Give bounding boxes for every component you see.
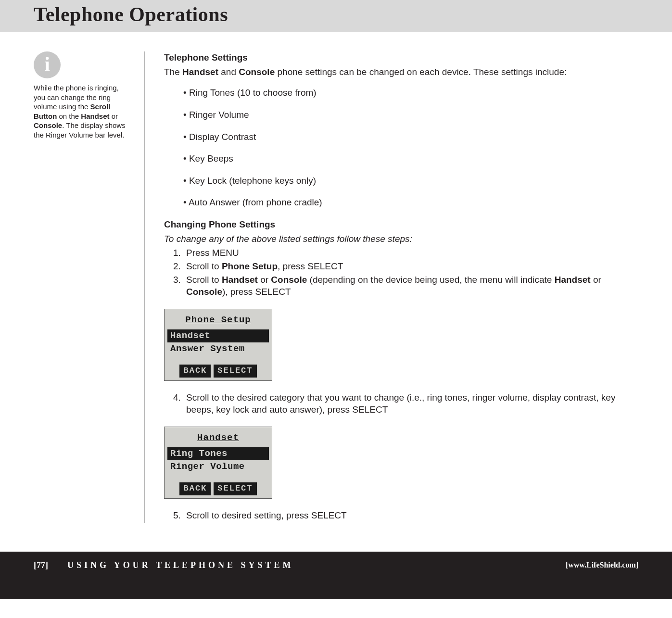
bullet-item: Ring Tones (10 to choose from) (183, 87, 638, 99)
lcd-title: Phone Setup (167, 314, 269, 327)
steps-list-1: Press MENU Scroll to Phone Setup, press … (175, 247, 638, 298)
main-content: Telephone Settings The Handset and Conso… (164, 51, 638, 523)
step-bold: Console (271, 275, 307, 285)
intro-bold: Handset (182, 67, 218, 77)
lcd-select-button: SELECT (214, 482, 256, 495)
lcd-row: Answer System (167, 342, 269, 356)
lcd-back-button: BACK (179, 365, 211, 378)
steps-list-3: Scroll to desired setting, press SELECT (175, 509, 638, 522)
changing-heading: Changing Phone Settings (164, 218, 638, 231)
step-part: or (591, 275, 601, 285)
tip-text-part: on the (57, 112, 81, 120)
lcd-row-selected: Ring Tones (167, 447, 269, 461)
step-bold: Handset (555, 275, 591, 285)
lcd-softkeys: BACK SELECT (167, 482, 269, 495)
lcd-select-button: SELECT (214, 365, 256, 378)
page-body: i While the phone is ringing, you can ch… (0, 32, 672, 552)
step-bold: Handset (222, 275, 258, 285)
step-part: ), press SELECT (222, 287, 291, 297)
bullet-item: Key Beeps (183, 152, 638, 165)
step-part: , press SELECT (278, 261, 343, 271)
intro-part: The (164, 67, 182, 77)
lcd-row-selected: Handset (167, 329, 269, 343)
lcd-screen-phone-setup: Phone Setup Handset Answer System BACK S… (164, 309, 272, 381)
intro-part: and (218, 67, 239, 77)
step-bold: Console (186, 287, 222, 297)
step-part: or (258, 275, 271, 285)
step-part: Scroll to (186, 275, 222, 285)
settings-intro: The Handset and Console phone settings c… (164, 66, 638, 78)
bullet-item: Display Contrast (183, 131, 638, 143)
vertical-divider (144, 51, 145, 523)
changing-lead: To change any of the above listed settin… (164, 233, 638, 245)
intro-bold: Console (239, 67, 275, 77)
footer-url: [www.LifeShield.com] (566, 561, 638, 569)
tip-bold: Console (34, 121, 62, 129)
footer-title: USING YOUR TELEPHONE SYSTEM (67, 560, 566, 570)
lcd-back-button: BACK (179, 482, 211, 495)
lcd-title: Handset (167, 432, 269, 444)
page-number: [77] (34, 560, 48, 570)
settings-bullet-list: Ring Tones (10 to choose from) Ringer Vo… (183, 87, 638, 209)
step-part: (depending on the device being used, the… (307, 275, 554, 285)
intro-part: phone settings can be changed on each de… (275, 67, 567, 77)
step-item: Scroll to Phone Setup, press SELECT (183, 260, 638, 273)
step-item: Scroll to the desired category that you … (183, 391, 638, 416)
bullet-item: Auto Answer (from phone cradle) (183, 196, 638, 209)
step-item: Press MENU (183, 247, 638, 259)
step-bold: Phone Setup (222, 261, 278, 271)
bullet-item: Ringer Volume (183, 109, 638, 121)
lcd-row: Ringer Volume (167, 460, 269, 474)
lcd-screen-handset: Handset Ring Tones Ringer Volume BACK SE… (164, 427, 272, 499)
page-title: Telephone Operations (34, 3, 672, 26)
bullet-item: Key Lock (telephone keys only) (183, 175, 638, 187)
settings-heading: Telephone Settings (164, 51, 638, 64)
step-item: Scroll to Handset or Console (depending … (183, 274, 638, 298)
tip-text-part: or (110, 112, 118, 120)
tip-bold: Handset (81, 112, 109, 120)
page-footer: [77] USING YOUR TELEPHONE SYSTEM [www.Li… (0, 552, 672, 599)
lcd-softkeys: BACK SELECT (167, 365, 269, 378)
tip-text: While the phone is ringing, you can chan… (34, 83, 130, 139)
step-part: Scroll to (186, 261, 222, 271)
step-item: Scroll to desired setting, press SELECT (183, 509, 638, 522)
page-header: Telephone Operations (0, 0, 672, 32)
steps-list-2: Scroll to the desired category that you … (175, 391, 638, 416)
sidebar-tip: i While the phone is ringing, you can ch… (34, 51, 144, 523)
info-icon: i (34, 51, 61, 78)
